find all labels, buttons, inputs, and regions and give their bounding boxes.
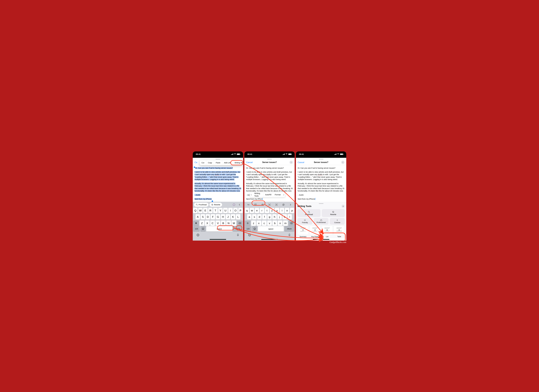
phone-screenshot-3: 09:41 Cancel Server issues? Hi. Can you … (296, 151, 346, 241)
send-up-icon[interactable] (289, 161, 293, 164)
home-indicator (244, 238, 295, 241)
globe-icon[interactable] (248, 233, 251, 237)
keyboard[interactable]: q w e r t y u i o p a s d f g h (244, 207, 295, 226)
inline-next-icon[interactable] (282, 194, 285, 196)
key-U[interactable]: U (223, 208, 228, 213)
key-Y[interactable]: Y (218, 208, 223, 213)
svg-line-3 (212, 204, 213, 205)
return-key[interactable]: return (284, 226, 294, 231)
svg-point-17 (262, 204, 263, 205)
delete-key[interactable] (237, 220, 243, 226)
wt-summary-label: Summary (297, 236, 308, 238)
svg-point-9 (203, 228, 203, 229)
wt-friendly-card[interactable]: Friendly (297, 218, 312, 225)
collapse-icon[interactable] (237, 202, 242, 207)
markup-icon[interactable] (281, 203, 286, 206)
space-key[interactable]: space (258, 226, 284, 231)
wt-summary-card[interactable] (297, 226, 308, 235)
numbers-key[interactable]: 123 (245, 226, 251, 231)
compose-body[interactable]: Hi. Can you see if we're having server i… (244, 165, 295, 202)
body-paragraph-1: Hi. Can you see if we're having server i… (195, 167, 233, 169)
key-E[interactable]: E (203, 208, 207, 213)
body-signature: - Justin (298, 194, 345, 196)
wifi-icon (234, 153, 236, 155)
wt-proofread-card[interactable]: Proofread (297, 209, 320, 217)
proofread-button[interactable]: Proofread (194, 203, 208, 207)
status-indicators (231, 153, 240, 155)
svg-line-30 (333, 211, 334, 212)
inline-prev-icon[interactable] (250, 194, 253, 196)
svg-rect-34 (320, 220, 322, 221)
svg-point-19 (283, 204, 284, 206)
mic-icon[interactable] (288, 233, 291, 237)
compose-navbar: Cancel Server issues? (296, 161, 346, 165)
inline-autofill[interactable]: AutoFill (263, 192, 273, 197)
emoji-key[interactable] (200, 226, 206, 231)
compose-body[interactable]: Hi. Can you see if we're having server i… (193, 165, 243, 202)
delete-key[interactable] (289, 220, 294, 226)
key-W[interactable]: W (198, 208, 203, 213)
status-bar: 09:41 (244, 151, 295, 158)
status-time: 09:41 (247, 153, 252, 155)
body-paragraph-1: Hi. Can you see if we're having server i… (298, 167, 345, 169)
body-signature: - Justin (194, 194, 201, 196)
cancel-button[interactable]: Cancel (246, 161, 253, 164)
wt-list-card[interactable] (322, 226, 333, 235)
cellular-icon (334, 153, 337, 155)
wifi-icon (337, 153, 339, 155)
expand-icon[interactable] (288, 204, 293, 206)
rewrite-button[interactable]: Rewrite (209, 203, 222, 207)
svg-point-5 (233, 203, 235, 206)
numbers-key[interactable]: 123 (193, 226, 200, 231)
keyboard-format-bar: Aa (244, 202, 295, 207)
sheet-grabber[interactable] (296, 158, 346, 161)
wt-professional-card[interactable]: Professional (314, 218, 329, 225)
sheet-grabber[interactable] (193, 158, 243, 161)
key-R[interactable]: R (208, 208, 213, 213)
space-key[interactable]: space (206, 226, 232, 231)
shift-key[interactable] (245, 220, 250, 226)
battery-icon (237, 153, 240, 155)
sheet-grabber[interactable] (244, 158, 295, 161)
body-paragraph-3: Actually, it's almost the same issue exp… (246, 182, 293, 192)
wt-table-card[interactable] (334, 226, 345, 235)
shift-key[interactable] (193, 220, 199, 226)
cancel-button[interactable]: Ca (194, 161, 197, 164)
inline-writing-tools[interactable]: Writing Tools (253, 192, 263, 197)
key-I[interactable]: I (228, 208, 233, 213)
text-format-icon[interactable]: Aa (246, 203, 251, 206)
inline-format[interactable]: Format (273, 192, 282, 197)
emoji-key[interactable] (252, 226, 257, 231)
scan-text-icon[interactable] (267, 203, 272, 206)
menu-writing-tools[interactable]: Writing Tools (233, 160, 243, 165)
body-paragraph-3: Actually, it's almost the same issue exp… (298, 182, 345, 192)
text-cursor-icon (262, 198, 263, 200)
key-O[interactable]: O (233, 208, 238, 213)
menu-paste[interactable]: Paste (214, 160, 222, 165)
writing-tools-title: Writing Tools (297, 205, 311, 208)
return-key[interactable]: return (233, 226, 243, 231)
key-T[interactable]: T (213, 208, 218, 213)
menu-cut[interactable]: Cut (200, 160, 206, 165)
menu-add-link[interactable]: Add Link (222, 160, 233, 165)
photo-icon[interactable] (253, 203, 258, 206)
close-icon[interactable] (342, 205, 345, 208)
scan-doc-icon[interactable] (274, 203, 279, 206)
wifi-icon (285, 153, 288, 155)
send-up-icon[interactable] (341, 161, 345, 164)
globe-icon[interactable] (196, 233, 200, 237)
menu-copy[interactable]: Copy (206, 160, 214, 165)
writing-tools-icon[interactable] (232, 202, 236, 207)
key-P[interactable]: P (238, 208, 243, 213)
wt-list-label: List (322, 236, 333, 238)
key-Q[interactable]: Q (193, 208, 197, 213)
keyboard[interactable]: Q W E R T Y U I O P A S D F G H (193, 207, 243, 226)
wt-concise-card[interactable]: Concise (330, 218, 345, 225)
wt-keypoints-card[interactable] (310, 226, 321, 235)
camera-icon[interactable] (260, 203, 265, 206)
mic-icon[interactable] (236, 233, 240, 237)
svg-point-43 (313, 231, 313, 231)
wt-rewrite-card[interactable]: Rewrite (322, 209, 345, 217)
cancel-button[interactable]: Cancel (298, 161, 304, 164)
compose-body[interactable]: Hi. Can you see if we're having server i… (296, 165, 346, 202)
